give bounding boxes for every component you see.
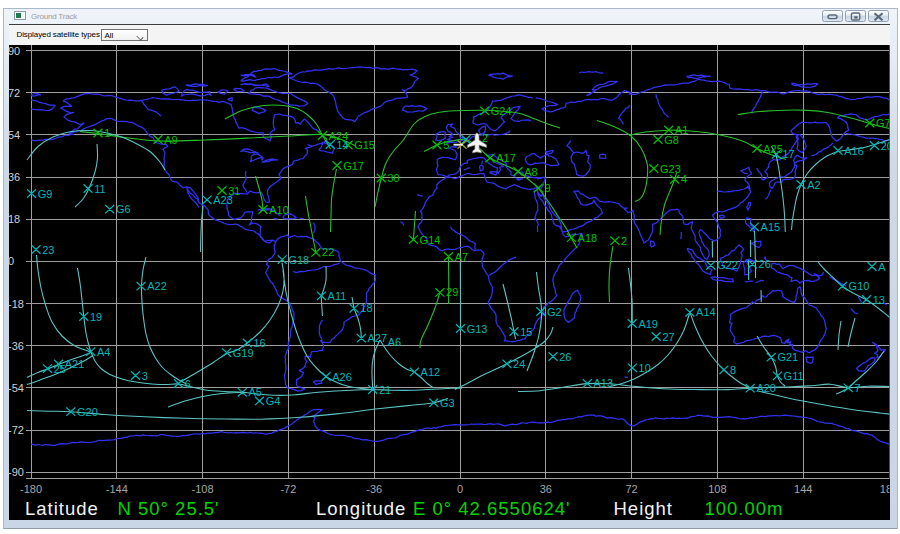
svg-text:Longitude: Longitude: [316, 498, 406, 519]
svg-text:26: 26: [559, 351, 571, 363]
svg-text:2: 2: [621, 235, 627, 247]
svg-text:54: 54: [8, 129, 20, 141]
svg-text:A5: A5: [249, 386, 262, 398]
svg-text:G18: G18: [288, 254, 309, 266]
svg-text:21: 21: [379, 384, 391, 396]
svg-text:-36: -36: [8, 340, 24, 352]
svg-text:A14: A14: [696, 306, 716, 318]
svg-text:13: 13: [873, 294, 885, 306]
svg-text:G15: G15: [354, 139, 375, 151]
svg-text:18: 18: [360, 302, 372, 314]
svg-text:20: 20: [881, 140, 893, 152]
svg-text:G24: G24: [491, 105, 512, 117]
svg-text:-108: -108: [192, 483, 214, 495]
svg-text:A15: A15: [761, 221, 781, 233]
svg-text:72: 72: [625, 483, 637, 495]
svg-text:A2: A2: [807, 179, 820, 191]
svg-text:25: 25: [54, 363, 66, 375]
svg-text:36: 36: [8, 171, 20, 183]
svg-text:3: 3: [142, 370, 148, 382]
svg-text:A10: A10: [269, 204, 289, 216]
svg-text:1: 1: [104, 127, 110, 139]
svg-text:N 50° 25.5': N 50° 25.5': [118, 498, 220, 519]
svg-text:-180: -180: [20, 483, 42, 495]
svg-text:G17: G17: [343, 160, 364, 172]
svg-text:G4: G4: [266, 395, 281, 407]
svg-text:0: 0: [8, 255, 14, 267]
svg-text:19: 19: [90, 311, 102, 323]
svg-text:100.00m: 100.00m: [705, 498, 784, 519]
svg-text:A26: A26: [332, 371, 352, 383]
svg-text:G23: G23: [660, 163, 681, 175]
svg-text:-72: -72: [8, 424, 24, 436]
svg-text:8: 8: [730, 364, 736, 376]
svg-text:G14: G14: [420, 234, 441, 246]
svg-text:180: 180: [880, 483, 898, 495]
svg-text:0: 0: [457, 483, 463, 495]
svg-text:90: 90: [8, 45, 20, 57]
svg-text:G3: G3: [440, 397, 455, 409]
svg-text:72: 72: [8, 87, 20, 99]
svg-text:A17: A17: [496, 152, 516, 164]
svg-text:G11: G11: [784, 370, 804, 382]
svg-text:G9: G9: [38, 188, 53, 200]
svg-text:A6: A6: [388, 336, 401, 348]
svg-text:G21: G21: [777, 351, 798, 363]
svg-text:G13: G13: [467, 323, 488, 335]
svg-text:108: 108: [708, 483, 726, 495]
svg-text:30: 30: [388, 172, 400, 184]
svg-text:A9: A9: [164, 134, 177, 146]
svg-text:A4: A4: [97, 346, 110, 358]
svg-text:A8: A8: [524, 166, 537, 178]
svg-text:A16: A16: [844, 145, 864, 157]
svg-text:Height: Height: [614, 498, 673, 519]
svg-text:15: 15: [520, 326, 532, 338]
svg-text:G22: G22: [717, 259, 738, 271]
svg-text:G10: G10: [849, 280, 870, 292]
svg-text:A13: A13: [594, 377, 614, 389]
svg-text:G8: G8: [664, 134, 679, 146]
svg-text:A18: A18: [578, 232, 598, 244]
svg-text:G2: G2: [547, 306, 562, 318]
svg-text:14: 14: [336, 139, 348, 151]
svg-text:144: 144: [794, 483, 812, 495]
svg-text:9: 9: [545, 182, 551, 194]
svg-text:2: 2: [482, 132, 488, 144]
svg-text:4: 4: [681, 173, 687, 185]
svg-text:-54: -54: [8, 382, 24, 394]
svg-text:27: 27: [662, 331, 674, 343]
svg-text:7: 7: [854, 382, 860, 394]
svg-text:G20: G20: [77, 406, 98, 418]
svg-text:A11: A11: [328, 290, 347, 302]
svg-text:16: 16: [254, 337, 266, 349]
svg-text:G6: G6: [116, 203, 131, 215]
svg-text:22: 22: [322, 246, 334, 258]
svg-text:29: 29: [446, 286, 458, 298]
svg-text:A19: A19: [638, 318, 658, 330]
svg-text:36: 36: [540, 483, 552, 495]
svg-text:18: 18: [8, 213, 20, 225]
svg-text:6: 6: [185, 378, 191, 390]
svg-text:A20: A20: [756, 382, 776, 394]
svg-text:A22: A22: [147, 280, 167, 292]
svg-text:-72: -72: [280, 483, 296, 495]
svg-text:23: 23: [42, 244, 54, 256]
svg-text:-144: -144: [106, 483, 128, 495]
svg-text:11: 11: [94, 183, 105, 195]
svg-text:17: 17: [783, 148, 795, 160]
svg-text:-36: -36: [366, 483, 382, 495]
svg-text:A25: A25: [763, 143, 783, 155]
svg-text:5: 5: [443, 139, 449, 151]
svg-text:A23: A23: [213, 194, 233, 206]
svg-text:G7: G7: [876, 117, 891, 129]
svg-text:-18: -18: [8, 298, 24, 310]
svg-text:A12: A12: [421, 366, 441, 378]
svg-text:E 0° 42.6550624': E 0° 42.6550624': [413, 498, 571, 519]
svg-text:24: 24: [513, 358, 525, 370]
svg-text:10: 10: [639, 362, 651, 374]
svg-text:A7: A7: [455, 251, 468, 263]
svg-text:26: 26: [759, 258, 771, 270]
svg-text:A21: A21: [65, 358, 85, 370]
svg-text:A27: A27: [368, 332, 388, 344]
svg-text:A: A: [878, 261, 886, 273]
